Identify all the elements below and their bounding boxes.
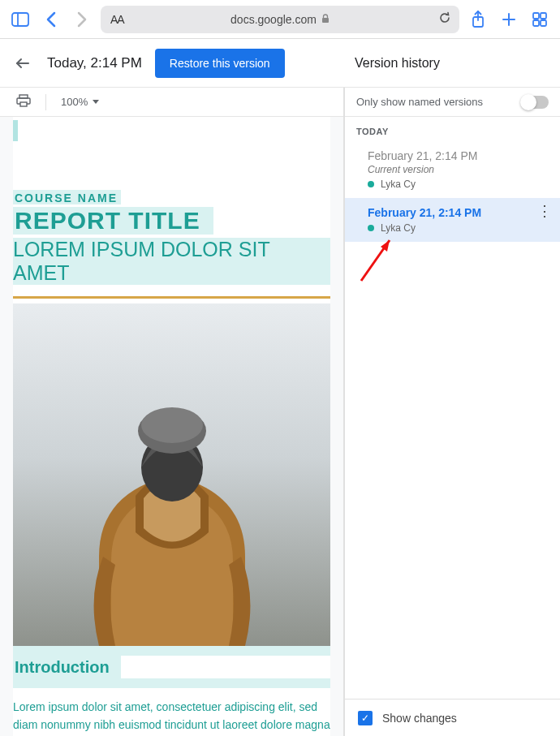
intro-body: Lorem ipsum dolor sit amet, consectetuer… (13, 698, 330, 736)
change-marker (13, 120, 18, 141)
app-toolbar: Today, 2:14 PM Restore this version Vers… (0, 39, 560, 88)
print-icon[interactable] (16, 94, 31, 110)
svg-line-19 (361, 240, 390, 281)
section-today-label: TODAY (345, 117, 560, 141)
svg-rect-8 (541, 13, 546, 19)
more-options-icon[interactable]: ⋮ (537, 208, 550, 215)
intro-heading: Introduction (15, 658, 110, 677)
show-changes-row: ✓ Show changes (345, 699, 560, 736)
zoom-value: 100% (61, 96, 88, 108)
address-bar[interactable]: AA docs.google.com (101, 6, 459, 33)
chevron-down-icon (93, 100, 99, 104)
show-changes-label: Show changes (382, 712, 457, 725)
restore-version-button[interactable]: Restore this version (155, 49, 285, 78)
new-tab-icon[interactable] (497, 7, 521, 32)
current-version-time: Today, 2:14 PM (47, 55, 142, 71)
svg-rect-10 (541, 20, 546, 26)
report-title: REPORT TITLE (13, 207, 213, 235)
intro-heading-row: Introduction (13, 646, 330, 688)
version-item-selected[interactable]: February 21, 2:14 PM Lyka Cy ⋮ (345, 198, 560, 242)
version-date: February 21, 2:14 PM (368, 149, 549, 162)
document-subtoolbar: 100% (0, 88, 343, 117)
svg-rect-9 (533, 20, 539, 26)
svg-rect-0 (12, 13, 28, 26)
svg-point-18 (141, 407, 203, 443)
course-label: COURSE NAME (13, 190, 121, 204)
named-versions-row: Only show named versions (345, 88, 560, 117)
share-icon[interactable] (466, 7, 490, 32)
tabs-grid-icon[interactable] (528, 7, 552, 32)
version-item-current[interactable]: February 21, 2:14 PM Current version Lyk… (345, 141, 560, 198)
back-to-doc-button[interactable] (11, 52, 34, 75)
version-user: Lyka Cy (368, 179, 549, 190)
svg-rect-14 (20, 102, 27, 106)
svg-rect-2 (322, 18, 329, 23)
document-canvas[interactable]: COURSE NAME REPORT TITLE LOREM IPSUM DOL… (0, 117, 343, 736)
user-color-dot (368, 225, 374, 231)
user-name: Lyka Cy (381, 179, 416, 190)
panel-title: Version history (342, 56, 549, 71)
lock-icon (321, 14, 330, 25)
intro-gap (121, 656, 330, 678)
text-size-icon[interactable]: AA (110, 13, 124, 26)
reload-icon[interactable] (438, 11, 451, 27)
svg-marker-15 (93, 100, 99, 104)
only-named-label: Only show named versions (356, 96, 483, 108)
show-changes-checkbox[interactable]: ✓ (358, 711, 373, 725)
toolbar-divider (45, 94, 46, 110)
document-page: COURSE NAME REPORT TITLE LOREM IPSUM DOL… (13, 117, 330, 736)
svg-marker-20 (381, 240, 390, 252)
sidebar-toggle-icon[interactable] (8, 7, 32, 32)
version-user: Lyka Cy (368, 222, 549, 234)
divider-rule (13, 296, 330, 299)
hero-image (13, 303, 330, 646)
svg-rect-7 (533, 13, 539, 19)
only-named-toggle[interactable] (521, 96, 549, 109)
browser-toolbar: AA docs.google.com (0, 0, 560, 39)
version-sublabel: Current version (368, 164, 549, 175)
zoom-select[interactable]: 100% (61, 96, 99, 108)
document-pane: 100% COURSE NAME REPORT TITLE LOREM IPSU… (0, 88, 344, 736)
url-text: docs.google.com (230, 13, 317, 26)
user-color-dot (368, 181, 374, 187)
nav-forward-icon (70, 7, 94, 32)
report-subtitle: LOREM IPSUM DOLOR SIT AMET (13, 238, 330, 285)
version-date: February 21, 2:14 PM (368, 206, 549, 219)
version-history-panel: Only show named versions TODAY February … (344, 88, 560, 736)
nav-back-icon[interactable] (39, 7, 63, 32)
user-name: Lyka Cy (381, 222, 416, 234)
